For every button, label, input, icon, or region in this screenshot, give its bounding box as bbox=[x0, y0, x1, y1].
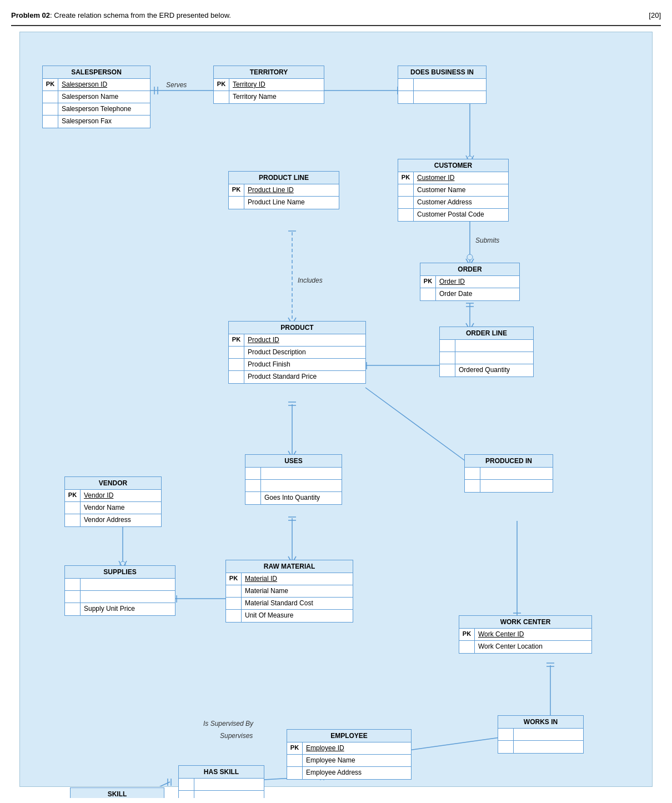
territory-title: TERRITORY bbox=[214, 66, 324, 79]
includes-label: Includes bbox=[298, 277, 323, 284]
produced-in-entity: PRODUCED IN bbox=[464, 454, 553, 493]
problem-description: : Create relation schema from the ERD pr… bbox=[50, 11, 231, 19]
customer-title: CUSTOMER bbox=[398, 159, 508, 172]
order-line-title: ORDER LINE bbox=[440, 327, 533, 340]
vendor-pk-attr: Vendor ID bbox=[81, 490, 161, 501]
product-title: PRODUCT bbox=[229, 322, 365, 334]
territory-name: Territory Name bbox=[229, 91, 324, 103]
work-center-pk-attr: Work Center ID bbox=[475, 629, 591, 640]
vendor-entity: VENDOR PK Vendor ID Vendor Name Vendor A… bbox=[64, 476, 162, 527]
skill-entity: SKILL PK Skill bbox=[70, 787, 164, 798]
employee-entity: EMPLOYEE PK Employee ID Employee Name Em… bbox=[287, 729, 412, 780]
supplies-entity: SUPPLIES Supply Unit Price bbox=[64, 565, 175, 616]
does-business-in-entity: DOES BUSINESS IN bbox=[398, 66, 487, 104]
raw-material-entity: RAW MATERIAL PK Material ID Material Nam… bbox=[225, 560, 353, 623]
salesperson-attr2: Salesperson Telephone bbox=[58, 103, 150, 115]
customer-pk-attr: Customer ID bbox=[414, 172, 508, 184]
vendor-title: VENDOR bbox=[65, 477, 161, 490]
does-business-in-title: DOES BUSINESS IN bbox=[398, 66, 486, 79]
raw-material-pk-attr: Material ID bbox=[242, 573, 353, 585]
salesperson-attr3: Salesperson Fax bbox=[58, 116, 150, 128]
order-line-entity: ORDER LINE Ordered Quantity bbox=[439, 327, 534, 377]
customer-entity: CUSTOMER PK Customer ID Customer Name Cu… bbox=[398, 159, 509, 222]
supplies-title: SUPPLIES bbox=[65, 566, 175, 579]
salesperson-pk-attr: Salesperson ID bbox=[58, 79, 150, 91]
product-line-pk-attr: Product Line ID bbox=[244, 184, 339, 196]
is-supervised-by-label: Is Supervised By bbox=[203, 720, 253, 727]
points-label: [20] bbox=[649, 11, 661, 19]
order-pk-attr: Order ID bbox=[436, 276, 519, 288]
diagram-area: SALESPERSON PK Salesperson ID Salesperso… bbox=[19, 32, 653, 787]
order-title: ORDER bbox=[420, 263, 519, 276]
territory-entity: TERRITORY PK Territory ID Territory Name bbox=[213, 66, 324, 104]
salesperson-title: SALESPERSON bbox=[43, 66, 150, 79]
employee-pk-attr: Employee ID bbox=[303, 742, 411, 754]
svg-point-20 bbox=[467, 254, 473, 260]
territory-pk-attr: Territory ID bbox=[229, 79, 324, 91]
salesperson-entity: SALESPERSON PK Salesperson ID Salesperso… bbox=[42, 66, 151, 128]
has-skill-title: HAS SKILL bbox=[179, 766, 264, 779]
product-line-title: PRODUCT LINE bbox=[229, 172, 339, 184]
product-entity: PRODUCT PK Product ID Product Descriptio… bbox=[228, 321, 366, 384]
product-pk-attr: Product ID bbox=[244, 334, 365, 346]
has-skill-entity: HAS SKILL bbox=[178, 765, 264, 798]
product-line-entity: PRODUCT LINE PK Product Line ID Product … bbox=[228, 171, 339, 209]
order-entity: ORDER PK Order ID Order Date bbox=[420, 263, 520, 301]
header: Problem 02: Create relation schema from … bbox=[11, 11, 661, 26]
connectors-svg bbox=[20, 32, 652, 786]
uses-title: USES bbox=[245, 455, 342, 468]
submits-label: Submits bbox=[475, 237, 499, 244]
salesperson-pk-label: PK bbox=[43, 79, 58, 91]
works-in-title: WORKS IN bbox=[498, 716, 583, 729]
skill-title: SKILL bbox=[71, 788, 164, 798]
employee-title: EMPLOYEE bbox=[287, 730, 411, 742]
produced-in-title: PRODUCED IN bbox=[465, 455, 553, 468]
works-in-entity: WORKS IN bbox=[498, 715, 584, 754]
salesperson-attr1: Salesperson Name bbox=[58, 91, 150, 103]
serves-label: Serves bbox=[166, 81, 187, 89]
raw-material-title: RAW MATERIAL bbox=[226, 560, 353, 573]
work-center-entity: WORK CENTER PK Work Center ID Work Cente… bbox=[459, 615, 592, 654]
uses-entity: USES Goes Into Quantity bbox=[245, 454, 342, 505]
problem-label: Problem 02 bbox=[11, 11, 50, 19]
svg-line-81 bbox=[134, 782, 170, 786]
supervises-label: Supervises bbox=[220, 732, 253, 740]
work-center-title: WORK CENTER bbox=[459, 616, 591, 629]
